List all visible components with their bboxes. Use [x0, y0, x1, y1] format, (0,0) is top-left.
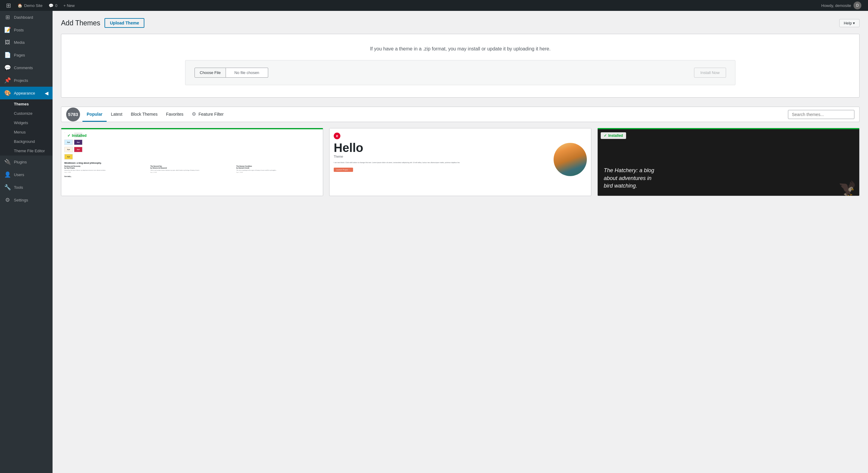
search-themes-input[interactable] [788, 110, 855, 119]
comments-icon: 💬 [4, 64, 11, 71]
comments-icon: 💬 [49, 3, 54, 8]
upload-panel: If you have a theme in a .zip format, yo… [61, 34, 860, 98]
sidebar-item-pages[interactable]: 📄 Pages [0, 49, 53, 61]
plugins-icon: 🔌 [4, 159, 11, 165]
tab-feature-filter[interactable]: ⚙ Feature Filter [188, 107, 228, 122]
admin-bar: ⊞ 🏠 Demo Site 💬 0 + New Howdy, demosite … [0, 0, 868, 11]
install-now-button[interactable]: Install Now [694, 68, 726, 77]
theme-count-badge: 5783 [66, 107, 80, 121]
theme-preview-hello: e Hello Theme I am text block. Click edi… [330, 128, 591, 195]
sidebar-item-projects[interactable]: 📌 Projects [0, 74, 53, 87]
sidebar: ⊞ Dashboard 📝 Posts 🖼 Media 📄 Pages 💬 Co… [0, 11, 53, 473]
theme-card-twentytwentytwo[interactable]: Aa▾ Aa▾ Aa▾ Aa▾ Aa▾ Aa▾ [61, 128, 323, 196]
media-icon: 🖼 [4, 39, 11, 45]
sidebar-item-comments[interactable]: 💬 Comments [0, 61, 53, 74]
page-title: Add Themes [61, 19, 100, 27]
no-file-label: No file chosen [226, 68, 268, 77]
upload-theme-button[interactable]: Upload Theme [104, 18, 144, 28]
sidebar-item-tools[interactable]: 🔧 Tools [0, 181, 53, 194]
home-icon: 🏠 [18, 3, 22, 8]
upload-description: If you have a theme in a .zip format, yo… [67, 46, 853, 52]
sidebar-item-menus[interactable]: Menus [0, 127, 53, 137]
choose-file-button[interactable]: Choose File [194, 68, 226, 77]
theme-preview-twentytwentytwo: Aa▾ Aa▾ Aa▾ Aa▾ Aa▾ Aa▾ [61, 129, 323, 196]
theme-grid: Aa▾ Aa▾ Aa▾ Aa▾ Aa▾ Aa▾ [61, 128, 860, 196]
theme-card-hatchery[interactable]: The Hatchery: a blogabout adventures inb… [597, 128, 860, 196]
sidebar-arrow-icon: ◀ [45, 90, 48, 96]
sidebar-item-plugins[interactable]: 🔌 Plugins [0, 156, 53, 168]
users-icon: 👤 [4, 171, 11, 178]
sidebar-item-users[interactable]: 👤 Users [0, 168, 53, 181]
sidebar-item-settings[interactable]: ⚙ Settings [0, 194, 53, 206]
adminbar-new[interactable]: + New [60, 0, 78, 11]
tabs-bar: 5783 Popular Latest Block Themes Favorit… [61, 106, 860, 122]
appearance-icon: 🎨 [4, 90, 11, 96]
tab-block-themes[interactable]: Block Themes [127, 107, 162, 122]
pages-icon: 📄 [4, 52, 11, 58]
tab-popular[interactable]: Popular [83, 107, 106, 122]
checkmark-icon: ✓ [604, 133, 607, 138]
theme-preview-hatchery: The Hatchery: a blogabout adventures inb… [598, 129, 859, 196]
sidebar-item-themes[interactable]: Themes [0, 99, 53, 109]
sidebar-item-dashboard[interactable]: ⊞ Dashboard [0, 11, 53, 24]
adminbar-site-name[interactable]: 🏠 Demo Site [14, 0, 45, 11]
gear-icon: ⚙ [192, 112, 196, 117]
dashboard-icon: ⊞ [4, 14, 11, 21]
projects-icon: 📌 [4, 77, 11, 84]
help-button[interactable]: Help ▾ [839, 19, 860, 27]
checkmark-icon: ✓ [67, 133, 70, 138]
page-header: Add Themes Upload Theme Help ▾ [61, 18, 860, 28]
main-content: Add Themes Upload Theme Help ▾ If you ha… [53, 11, 868, 473]
sidebar-item-theme-file-editor[interactable]: Theme File Editor [0, 146, 53, 156]
tools-icon: 🔧 [4, 184, 11, 191]
sidebar-item-customize[interactable]: Customize [0, 109, 53, 118]
installed-badge-twentytwentytwo: ✓ Installed [64, 132, 90, 139]
settings-icon: ⚙ [4, 197, 11, 203]
sidebar-item-background[interactable]: Background [0, 137, 53, 146]
tab-latest[interactable]: Latest [106, 107, 127, 122]
user-avatar: D [854, 1, 861, 9]
sidebar-item-appearance[interactable]: 🎨 Appearance ◀ [0, 87, 53, 99]
adminbar-user[interactable]: Howdy, demosite D [818, 1, 864, 9]
sidebar-item-widgets[interactable]: Widgets [0, 118, 53, 127]
sidebar-item-media[interactable]: 🖼 Media [0, 36, 53, 49]
wp-logo-icon[interactable]: ⊞ [4, 1, 13, 10]
adminbar-comments[interactable]: 💬 0 [45, 0, 60, 11]
tab-favorites[interactable]: Favorites [162, 107, 188, 122]
sidebar-item-posts[interactable]: 📝 Posts [0, 24, 53, 36]
theme-card-hello-elementor[interactable]: e Hello Theme I am text block. Click edi… [329, 128, 591, 196]
installed-badge-hatchery: ✓ Installed [601, 132, 626, 139]
upload-form-area: Choose File No file chosen Install Now [185, 60, 735, 85]
file-input-group: Choose File No file chosen [194, 68, 268, 77]
tab-search [788, 110, 855, 119]
posts-icon: 📝 [4, 27, 11, 33]
appearance-submenu: Themes Customize Widgets Menus Backgroun… [0, 99, 53, 156]
